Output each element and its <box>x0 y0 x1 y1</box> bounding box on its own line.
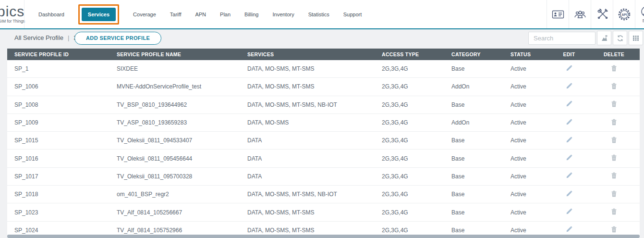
cell-category: Base <box>444 137 503 144</box>
delete-row-button[interactable] <box>608 64 620 74</box>
nav-item-support[interactable]: Support <box>343 12 362 17</box>
trash-icon <box>611 65 617 72</box>
pencil-icon <box>566 172 572 179</box>
search-input[interactable] <box>528 32 595 45</box>
pencil-icon <box>566 208 572 215</box>
nav-item-services[interactable]: Services <box>82 8 116 21</box>
cell-status: Active <box>503 65 550 72</box>
id-card-button[interactable] <box>547 0 569 28</box>
edit-row-button[interactable] <box>563 64 575 74</box>
table-header-row: SERVICE PROFILE ID SERVICE PROFILE NAME … <box>7 49 640 60</box>
table-action-buttons <box>597 31 643 45</box>
horizontal-scrollbar[interactable] <box>7 235 640 238</box>
edit-row-button[interactable] <box>563 100 575 110</box>
edit-row-button[interactable] <box>563 136 575 146</box>
delete-row-button[interactable] <box>608 136 620 146</box>
cell-service-profile-name: TV_Oleksii_0811_095456644 <box>109 155 240 162</box>
edit-row-button[interactable] <box>563 82 575 92</box>
user-profile-button[interactable]: sup <box>635 0 644 28</box>
cell-service-profile-name: TV_BSP_0810_193644962 <box>109 101 240 108</box>
add-service-profile-button[interactable]: ADD SERVICE PROFILE <box>74 32 161 45</box>
api-settings-button[interactable]: API <box>613 0 635 28</box>
col-header-category: CATEGORY <box>444 51 503 57</box>
cell-service-profile-id: SP_1018 <box>7 191 109 198</box>
delete-row-button[interactable] <box>608 82 620 92</box>
edit-row-button[interactable] <box>563 118 575 128</box>
trash-icon <box>611 83 617 89</box>
cell-services: DATA, MO-SMS, MT-SMS <box>240 209 375 216</box>
cell-category: AddOn <box>444 83 503 90</box>
cell-service-profile-id: SP_1017 <box>7 173 109 180</box>
edit-row-button[interactable] <box>563 171 575 181</box>
table-row: SP_1009 TV_ASP_0810_193659283 DATA, MO-S… <box>7 114 640 132</box>
col-header-access-type: ACCESS TYPE <box>375 51 444 57</box>
nav-item-plan[interactable]: Plan <box>220 12 231 17</box>
delete-row-button[interactable] <box>608 118 620 128</box>
edit-row-button[interactable] <box>563 225 575 235</box>
nav-item-statistics[interactable]: Statistics <box>308 12 329 17</box>
export-icon <box>601 35 608 42</box>
svg-text:API: API <box>621 13 627 16</box>
tools-button[interactable] <box>591 0 613 28</box>
refresh-button[interactable] <box>613 31 627 45</box>
trash-icon <box>611 119 617 125</box>
delete-row-button[interactable] <box>608 171 620 181</box>
cell-services: DATA, MO-SMS, MT-SMS, NB-IOT <box>240 101 375 108</box>
nav-item-dashboard[interactable]: Dashboard <box>38 12 64 17</box>
logo-tagline: SIM for Things <box>0 19 25 24</box>
user-avatar-icon <box>641 6 644 17</box>
delete-row-button[interactable] <box>608 225 620 235</box>
cell-services: DATA <box>240 173 375 180</box>
delete-row-button[interactable] <box>608 189 620 200</box>
main-nav: Dashboard Services Coverage Tariff APN P… <box>38 0 362 28</box>
edit-row-button[interactable] <box>563 207 575 217</box>
cell-status: Active <box>503 227 550 234</box>
columns-button[interactable] <box>629 31 643 45</box>
nav-item-inventory[interactable]: Inventory <box>272 12 294 17</box>
cell-status: Active <box>503 137 550 144</box>
nav-item-tariff[interactable]: Tariff <box>170 12 182 17</box>
services-highlight-box: Services <box>78 4 119 25</box>
cell-service-profile-id: SP_1024 <box>7 227 109 234</box>
cell-category: Base <box>444 155 503 162</box>
cell-service-profile-name: MVNE-AddOnServiceProfile_test <box>109 83 240 90</box>
col-header-service-profile-id: SERVICE PROFILE ID <box>7 51 109 57</box>
logo-divider <box>24 0 24 28</box>
cell-status: Active <box>503 119 550 126</box>
cell-access-type: 2G,3G,4G <box>375 65 444 72</box>
cell-category: Base <box>444 191 503 198</box>
cell-status: Active <box>503 101 550 108</box>
cell-status: Active <box>503 155 550 162</box>
nav-item-coverage[interactable]: Coverage <box>133 12 156 17</box>
cell-status: Active <box>503 83 550 90</box>
cell-service-profile-id: SP_1023 <box>7 209 109 216</box>
delete-row-button[interactable] <box>608 207 620 217</box>
pencil-icon <box>566 100 572 107</box>
user-name-label: sup <box>642 18 644 23</box>
table-row: SP_1016 TV_Oleksii_0811_095456644 DATA 2… <box>7 150 640 167</box>
export-button[interactable] <box>597 31 611 45</box>
brand-logo[interactable]: bics SIM for Things <box>0 4 25 24</box>
users-icon <box>573 10 587 19</box>
edit-row-button[interactable] <box>563 153 575 163</box>
cell-category: Base <box>444 209 503 216</box>
api-gear-icon: API <box>618 8 631 21</box>
cell-access-type: 2G,3G,4G <box>375 155 444 162</box>
list-title-text: All Service Profile <box>14 34 63 41</box>
user-groups-button[interactable] <box>569 0 591 28</box>
cell-service-profile-name: om_401_BSP_regr2 <box>109 191 240 198</box>
delete-row-button[interactable] <box>608 100 620 110</box>
cell-access-type: 2G,3G,4G <box>375 119 444 126</box>
table-row: SP_1018 om_401_BSP_regr2 DATA, MO-SMS, M… <box>7 186 640 203</box>
refresh-icon <box>617 35 624 42</box>
edit-row-button[interactable] <box>563 189 575 200</box>
trash-icon <box>611 226 617 233</box>
table-row: SP_1023 TV_Alf_0814_105256667 DATA, MO-S… <box>7 203 640 221</box>
trash-icon <box>611 208 617 215</box>
nav-item-apn[interactable]: APN <box>195 12 206 17</box>
cell-access-type: 2G,3G,4G <box>375 209 444 216</box>
delete-row-button[interactable] <box>608 153 620 163</box>
cell-services: DATA, MO-SMS, MT-SMS <box>240 65 375 72</box>
nav-item-billing[interactable]: Billing <box>244 12 258 17</box>
cell-access-type: 2G,3G,4G <box>375 137 444 144</box>
